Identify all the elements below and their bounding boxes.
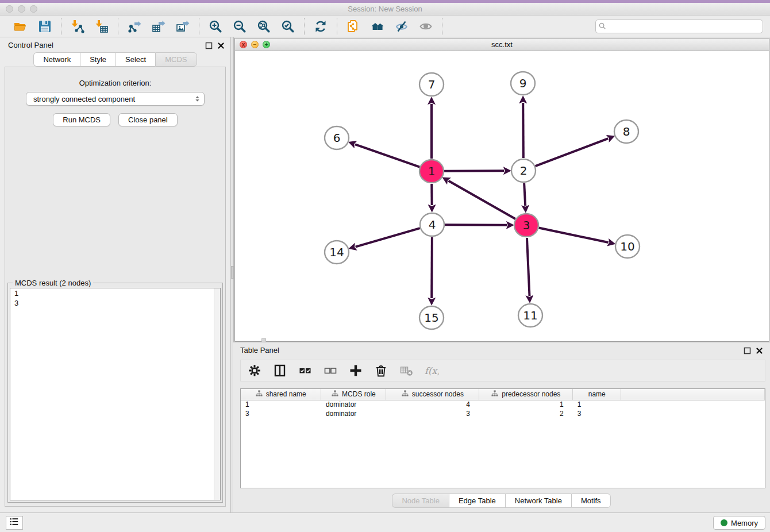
graph-edge-3-10[interactable] <box>539 228 609 242</box>
table-panel-float-icon[interactable] <box>744 346 751 354</box>
tab-mcds[interactable]: MCDS <box>155 52 197 67</box>
column-header-successor-nodes[interactable]: successor nodes <box>386 389 479 400</box>
criterion-dropdown-value: strongly connected component <box>33 95 135 103</box>
zoom-in-icon[interactable] <box>207 18 224 34</box>
mcds-result-item[interactable]: 3 <box>10 298 220 308</box>
table-tab-network-table[interactable]: Network Table <box>505 494 571 508</box>
main-toolbar <box>0 16 770 37</box>
graph-node-label: 10 <box>620 240 634 253</box>
graph-edge-2-3[interactable] <box>524 183 525 206</box>
tab-network[interactable]: Network <box>33 52 80 67</box>
home-icon[interactable] <box>369 18 386 34</box>
status-bar: Memory <box>0 512 770 532</box>
graph-edge-1-6[interactable] <box>355 144 419 167</box>
window-titlebar: Session: New Session <box>0 3 770 16</box>
table-cell[interactable]: 2 <box>479 409 573 418</box>
graph-node-label: 8 <box>623 125 630 138</box>
copy-network-icon[interactable] <box>345 18 361 34</box>
table-cell[interactable]: 1 <box>573 400 621 409</box>
graph-edge-2-8[interactable] <box>536 138 609 166</box>
graph-edge-4-3[interactable] <box>445 225 507 225</box>
table-panel-close-icon[interactable] <box>756 346 763 354</box>
table-toolbar: f(x) <box>240 360 765 381</box>
tab-style[interactable]: Style <box>80 52 116 67</box>
hierarchy-icon <box>332 390 338 399</box>
hierarchy-icon <box>491 390 498 399</box>
zoom-out-icon[interactable] <box>232 18 248 34</box>
graph-edge-4-15[interactable] <box>432 237 432 298</box>
refresh-icon[interactable] <box>313 18 329 34</box>
control-panel-close-icon[interactable] <box>217 41 225 49</box>
hierarchy-icon <box>402 390 409 399</box>
open-file-icon[interactable] <box>13 18 29 34</box>
graph-node-label: 2 <box>520 164 528 178</box>
save-session-icon[interactable] <box>37 18 53 34</box>
graph-edge-3-11[interactable] <box>527 238 530 296</box>
graph-node-label: 7 <box>428 78 436 91</box>
mcds-result-item[interactable]: 1 <box>10 288 220 298</box>
column-header-predecessor-nodes[interactable]: predecessor nodes <box>479 389 573 400</box>
graph-node-label: 15 <box>424 311 438 325</box>
settings-icon[interactable] <box>247 363 263 379</box>
table-tab-motifs[interactable]: Motifs <box>571 494 611 508</box>
table-row[interactable]: 3dominator323 <box>241 409 765 418</box>
memory-button[interactable]: Memory <box>713 516 765 530</box>
graph-edge-2-9[interactable] <box>523 103 523 158</box>
control-panel-float-icon[interactable] <box>205 41 213 49</box>
svg-text:f(x): f(x) <box>425 365 439 376</box>
table-cell[interactable]: 3 <box>241 409 321 418</box>
import-network-icon[interactable] <box>70 18 86 34</box>
column-header-name[interactable]: name <box>573 389 621 400</box>
export-image-icon[interactable] <box>175 18 191 34</box>
table-tab-edge-table[interactable]: Edge Table <box>449 494 505 508</box>
hide-details-icon[interactable] <box>394 18 410 34</box>
search-input[interactable] <box>595 20 763 33</box>
tab-select[interactable]: Select <box>116 52 155 67</box>
table-cell[interactable]: 1 <box>241 400 321 409</box>
memory-button-label: Memory <box>731 519 758 527</box>
hierarchy-icon <box>256 390 263 399</box>
network-canvas[interactable]: 7968124314101511 <box>235 51 769 341</box>
table-cell[interactable]: dominator <box>321 409 386 418</box>
table-cell[interactable]: dominator <box>321 400 386 409</box>
zoom-fit-icon[interactable] <box>256 18 272 34</box>
table-panel-tabs: Node TableEdge TableNetwork TableMotifs <box>392 494 610 508</box>
show-panels-button[interactable] <box>6 516 23 530</box>
table-panel-header: Table Panel <box>233 342 770 356</box>
control-panel-header: Control Panel <box>0 37 230 52</box>
column-header-MCDS-role[interactable]: MCDS role <box>321 389 386 400</box>
network-window-titlebar[interactable]: x − + scc.txt <box>235 38 769 51</box>
export-table-icon[interactable] <box>151 18 167 34</box>
result-list-scrollbar[interactable] <box>214 288 220 500</box>
columns-icon[interactable] <box>272 363 288 379</box>
search-icon <box>598 22 607 31</box>
network-graph: 7968124314101511 <box>235 51 769 341</box>
criterion-dropdown[interactable]: strongly connected component <box>26 92 205 106</box>
search-container <box>595 20 763 33</box>
deselect-all-icon[interactable] <box>322 363 338 379</box>
export-network-icon[interactable] <box>126 18 143 34</box>
graph-edge-4-14[interactable] <box>356 228 420 246</box>
mcds-tab-content: Optimization criterion: strongly connect… <box>5 67 226 507</box>
graph-edge-3-1[interactable] <box>449 181 515 219</box>
control-panel-tabs: NetworkStyleSelectMCDS <box>0 52 230 67</box>
mcds-result-list[interactable]: 13 <box>10 288 221 500</box>
run-mcds-button[interactable]: Run MCDS <box>53 113 110 126</box>
zoom-selected-icon[interactable] <box>280 18 296 34</box>
table-cell[interactable]: 1 <box>479 400 573 409</box>
delete-row-icon[interactable] <box>373 363 389 379</box>
table-cell[interactable]: 3 <box>386 409 479 418</box>
close-panel-button[interactable]: Close panel <box>118 113 178 126</box>
add-row-icon[interactable] <box>348 363 364 379</box>
table-row[interactable]: 1dominator411 <box>241 400 765 409</box>
table-tab-node-table[interactable]: Node Table <box>392 494 449 508</box>
select-all-icon[interactable] <box>297 363 313 379</box>
table-cell[interactable]: 3 <box>573 409 621 418</box>
import-table-icon[interactable] <box>94 18 110 34</box>
column-header-shared-name[interactable]: shared name <box>241 389 321 400</box>
function-icon: f(x) <box>424 363 440 379</box>
birdseye-icon[interactable] <box>418 18 434 34</box>
table-cell[interactable]: 4 <box>386 400 479 409</box>
node-table: shared nameMCDS rolesuccessor nodesprede… <box>240 388 765 488</box>
graph-edge-1-2[interactable] <box>444 171 504 171</box>
